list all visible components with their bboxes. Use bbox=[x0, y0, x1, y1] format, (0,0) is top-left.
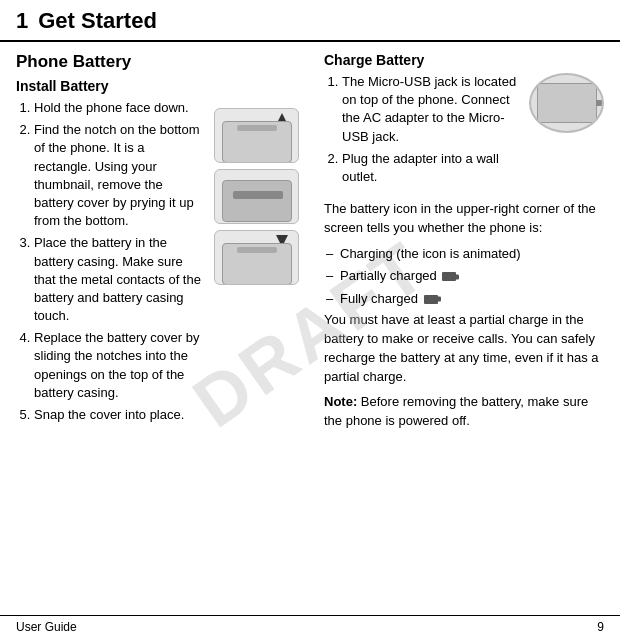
install-step-3: Place the battery in the battery casing.… bbox=[34, 234, 204, 325]
phone-body-2 bbox=[222, 180, 292, 222]
footer-right: 9 bbox=[597, 620, 604, 634]
content-area: DRAFT Phone Battery Install Battery Hold… bbox=[0, 52, 620, 615]
install-steps-list: Hold the phone face down. Find the notch… bbox=[16, 99, 204, 424]
charge-step-2: Plug the adapter into a wall outlet. bbox=[342, 150, 521, 186]
charge-steps-list: The Micro-USB jack is located on top of … bbox=[324, 73, 521, 186]
note-text: Before removing the battery, make sure t… bbox=[324, 394, 588, 428]
chapter-title: Get Started bbox=[38, 8, 157, 34]
charge-top: The Micro-USB jack is located on top of … bbox=[324, 73, 604, 194]
phone-body-1 bbox=[222, 121, 292, 163]
charge-img-inner bbox=[537, 83, 597, 123]
phone-image-3 bbox=[214, 230, 299, 285]
status-list: Charging (the icon is animated) Partiall… bbox=[324, 244, 604, 309]
right-column: Charge Battery The Micro-USB jack is loc… bbox=[324, 52, 604, 615]
install-step-5: Snap the cover into place. bbox=[34, 406, 204, 424]
status-full: Fully charged bbox=[340, 289, 604, 309]
footer: User Guide 9 bbox=[0, 615, 620, 638]
phone-image-2 bbox=[214, 169, 299, 224]
install-steps: Install Battery Hold the phone face down… bbox=[16, 78, 204, 432]
phone-image-1 bbox=[214, 108, 299, 163]
battery-status: The battery icon in the upper-right corn… bbox=[324, 200, 604, 308]
install-step-2: Find the notch on the bottom of the phon… bbox=[34, 121, 204, 230]
install-images bbox=[214, 78, 304, 432]
partial-battery-icon bbox=[442, 272, 456, 281]
chapter-number: 1 bbox=[16, 8, 28, 34]
charge-note: Note: Before removing the battery, make … bbox=[324, 393, 604, 431]
charge-text: The Micro-USB jack is located on top of … bbox=[324, 73, 521, 194]
note-label: Note: bbox=[324, 394, 357, 409]
install-step-1: Hold the phone face down. bbox=[34, 99, 204, 117]
install-section: Install Battery Hold the phone face down… bbox=[16, 78, 304, 432]
battery-icon-intro: The battery icon in the upper-right corn… bbox=[324, 200, 604, 238]
page-wrapper: 1 Get Started DRAFT Phone Battery Instal… bbox=[0, 0, 620, 638]
phone-battery-heading: Phone Battery bbox=[16, 52, 304, 72]
full-battery-icon bbox=[424, 295, 438, 304]
charge-battery-heading: Charge Battery bbox=[324, 52, 604, 68]
install-battery-heading: Install Battery bbox=[16, 78, 204, 94]
phone-body-3 bbox=[222, 243, 292, 285]
status-partial: Partially charged bbox=[340, 266, 604, 286]
main-content: Phone Battery Install Battery Hold the p… bbox=[0, 52, 620, 615]
charge-image bbox=[529, 73, 604, 133]
charge-body-text: You must have at least a partial charge … bbox=[324, 311, 604, 386]
charge-step-1: The Micro-USB jack is located on top of … bbox=[342, 73, 521, 146]
status-charging: Charging (the icon is animated) bbox=[340, 244, 604, 264]
install-step-4: Replace the battery cover by sliding the… bbox=[34, 329, 204, 402]
left-column: Phone Battery Install Battery Hold the p… bbox=[16, 52, 304, 615]
charge-section: Charge Battery The Micro-USB jack is loc… bbox=[324, 52, 604, 430]
chapter-heading: 1 Get Started bbox=[0, 0, 620, 42]
footer-left: User Guide bbox=[16, 620, 77, 634]
